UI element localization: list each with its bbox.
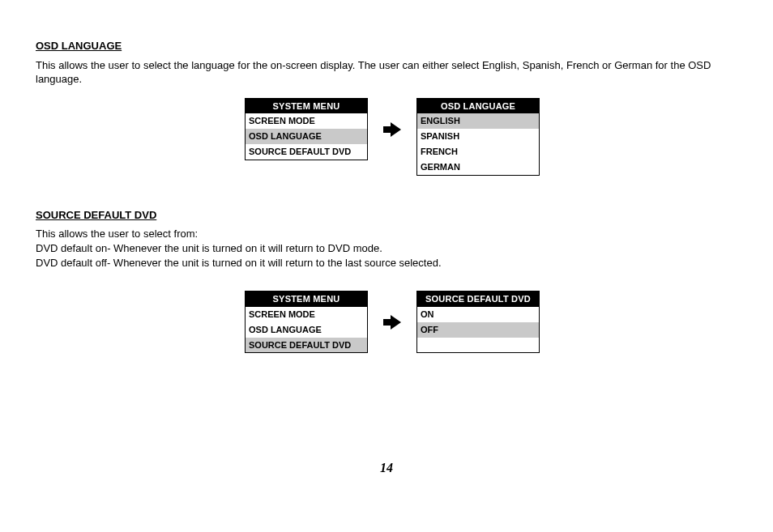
menu-title: OSD LANGUAGE [417, 99, 539, 114]
menu-item-blank [417, 338, 539, 352]
menu-title: SYSTEM MENU [246, 292, 367, 307]
menu-title: SYSTEM MENU [246, 99, 367, 114]
menu-osd-language: OSD LANGUAGE ENGLISH SPANISH FRENCH GERM… [416, 98, 540, 176]
paragraph-osd-language: This allows the user to select the langu… [36, 58, 737, 87]
menu-item: SCREEN MODE [246, 113, 367, 129]
heading-source-default-dvd: SOURCE DEFAULT DVD [36, 208, 737, 223]
menu-item: OSD LANGUAGE [246, 322, 367, 338]
arrow-right-icon [383, 122, 401, 141]
menu-system-2: SYSTEM MENU SCREEN MODE OSD LANGUAGE SOU… [245, 291, 368, 353]
heading-osd-language: OSD LANGUAGE [36, 39, 737, 53]
arrow-right-icon [383, 315, 401, 334]
menu-item-selected: ENGLISH [417, 113, 539, 129]
menu-item-selected: SOURCE DEFAULT DVD [246, 338, 367, 353]
page-number: 14 [0, 459, 773, 477]
diagram-source-default-dvd: SYSTEM MENU SCREEN MODE OSD LANGUAGE SOU… [245, 291, 737, 353]
menu-item-selected: OSD LANGUAGE [246, 129, 367, 144]
menu-item: SOURCE DEFAULT DVD [246, 144, 367, 160]
menu-item: FRENCH [417, 144, 539, 160]
menu-title: SOURCE DEFAULT DVD [417, 292, 539, 307]
svg-marker-0 [383, 122, 401, 137]
menu-item: SCREEN MODE [246, 307, 367, 322]
menu-source-default-dvd: SOURCE DEFAULT DVD ON OFF [416, 291, 540, 353]
diagram-osd-language: SYSTEM MENU SCREEN MODE OSD LANGUAGE SOU… [245, 98, 737, 176]
paragraph-source-line1: This allows the user to select from: [36, 227, 737, 241]
menu-item: GERMAN [417, 160, 539, 175]
menu-system-1: SYSTEM MENU SCREEN MODE OSD LANGUAGE SOU… [245, 98, 368, 160]
menu-item: ON [417, 307, 539, 322]
menu-item-selected: OFF [417, 322, 539, 338]
paragraph-source-line3: DVD default off- Whenever the unit is tu… [36, 256, 737, 270]
svg-marker-1 [383, 315, 401, 330]
menu-item: SPANISH [417, 129, 539, 144]
paragraph-source-line2: DVD default on- Whenever the unit is tur… [36, 241, 737, 256]
